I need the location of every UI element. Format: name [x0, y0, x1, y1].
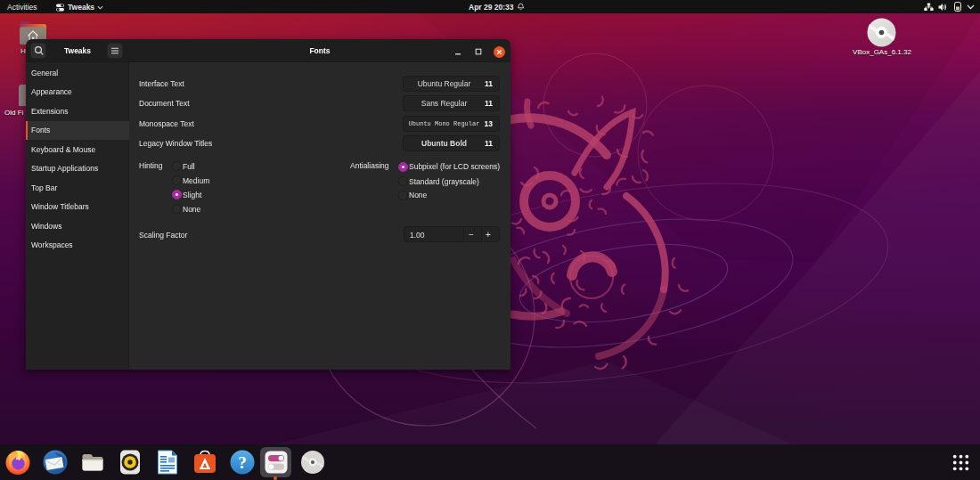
svg-text:?: ?	[238, 453, 247, 472]
